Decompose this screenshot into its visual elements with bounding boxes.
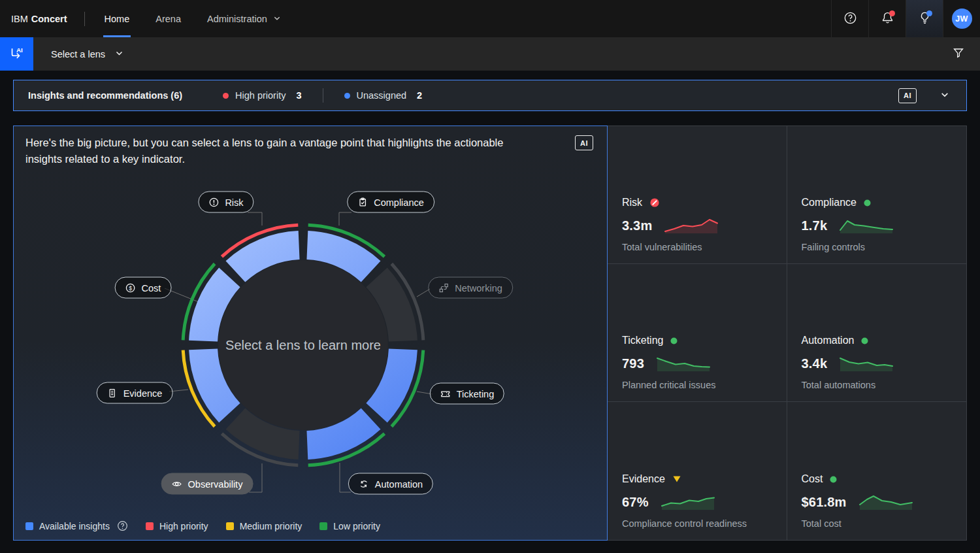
observability-icon (172, 478, 182, 489)
lens-pill-networking[interactable]: Networking (428, 277, 513, 299)
help-icon[interactable] (117, 520, 128, 531)
lens-ring-chart (14, 126, 607, 540)
high-priority-dot (223, 93, 229, 99)
high-priority-summary: High priority 3 (223, 90, 301, 101)
compliance-icon (357, 197, 368, 207)
metric-tile-evidence[interactable]: Evidence67%Compliance control readiness (608, 402, 787, 540)
metric-tile-risk[interactable]: Risk3.3mTotal vulnerabilities (608, 126, 787, 264)
lens-pill-label: Ticketing (457, 388, 494, 399)
app-brand[interactable]: IBM Concert (0, 0, 84, 37)
brand-product: Concert (31, 14, 67, 24)
assistant-badge-dot (926, 10, 932, 16)
unassigned-summary: Unassigned 2 (344, 90, 423, 101)
lens-toolbar: AI Select a lens (0, 37, 980, 71)
metric-value: 67% (622, 495, 649, 510)
sparkline (656, 355, 711, 372)
app-root: IBM Concert HomeArenaAdministration (0, 0, 980, 553)
metric-value-row: 793 (622, 355, 780, 372)
metrics-grid: Risk3.3mTotal vulnerabilitiesCompliance1… (608, 126, 967, 541)
lens-pill-evidence[interactable]: Evidence (97, 382, 173, 404)
evidence-icon (107, 388, 118, 398)
unassigned-count: 2 (417, 90, 422, 101)
sparkline (858, 494, 913, 511)
metric-tile-cost[interactable]: Cost$61.8mTotal cost (787, 402, 967, 540)
ticketing-icon (440, 388, 451, 399)
insights-banner: Insights and recommendations (6) High pr… (13, 80, 967, 111)
notifications-button[interactable] (868, 0, 906, 37)
metric-title-row: Risk (622, 197, 780, 209)
status-ok-icon (864, 199, 871, 207)
legend-label: Medium priority (240, 521, 302, 531)
lens-pill-risk[interactable]: Risk (198, 192, 253, 213)
insights-divider (323, 88, 323, 103)
sparkline (661, 494, 715, 511)
nav-item-label: Home (105, 14, 130, 24)
lens-pill-label: Cost (142, 282, 161, 293)
sparkline (839, 355, 894, 372)
metric-value: 3.3m (622, 218, 652, 233)
lens-pill-observability[interactable]: Observability (161, 473, 253, 495)
lens-pill-cost[interactable]: $Cost (115, 277, 172, 299)
ai-lens-button[interactable]: AI (0, 37, 33, 71)
metric-title-row: Evidence (622, 473, 780, 485)
insights-expand-button[interactable] (935, 85, 955, 107)
nav-divider (84, 12, 85, 26)
lens-pill-compliance[interactable]: Compliance (347, 192, 434, 213)
metric-title: Evidence (622, 473, 665, 485)
metric-title: Compliance (802, 197, 857, 209)
profile-button[interactable]: JW (943, 0, 980, 37)
avatar: JW (952, 8, 972, 29)
top-nav: IBM Concert HomeArenaAdministration (0, 0, 980, 37)
legend-label: High priority (159, 521, 208, 531)
status-warning-icon (672, 475, 681, 483)
metric-value-row: 67% (622, 494, 780, 511)
nav-item-label: Arena (155, 14, 181, 24)
risk-icon (208, 197, 219, 207)
metric-title: Cost (802, 473, 823, 485)
nav-item-home[interactable]: Home (105, 0, 130, 37)
legend-item-high-priority: High priority (146, 521, 208, 531)
metric-caption: Total vulnerabilities (622, 242, 780, 252)
lens-selector[interactable]: Select a lens (51, 49, 123, 59)
metric-tile-compliance[interactable]: Compliance1.7kFailing controls (787, 126, 967, 264)
nav-item-arena[interactable]: Arena (155, 0, 181, 37)
ai-badge: AI (898, 88, 917, 103)
ai-badge: AI (575, 135, 593, 150)
lens-overview-panel[interactable]: Here's the big picture, but you can sele… (13, 126, 608, 541)
lens-pill-ticketing[interactable]: Ticketing (430, 383, 504, 405)
unassigned-label: Unassigned (357, 90, 407, 101)
automation-icon (359, 478, 369, 489)
metric-tile-automation[interactable]: Automation3.4kTotal automations (787, 264, 967, 402)
lens-pill-label: Risk (225, 197, 243, 207)
filter-icon (953, 47, 964, 61)
lens-pill-label: Compliance (374, 197, 424, 207)
metric-caption: Total cost (802, 518, 960, 529)
metric-value-row: 3.4k (802, 355, 960, 372)
nav-item-administration[interactable]: Administration (207, 0, 281, 37)
lens-pill-label: Evidence (123, 388, 163, 398)
high-priority-label: High priority (235, 90, 286, 101)
metric-value-row: 1.7k (802, 217, 960, 234)
ring-center-text: Select a lens to learn more (225, 338, 381, 353)
legend-item-medium-priority: Medium priority (226, 521, 302, 531)
help-button[interactable] (831, 0, 868, 37)
ai-assistant-button[interactable] (906, 0, 943, 37)
panel-description: Here's the big picture, but you can sele… (25, 135, 522, 167)
filter-button[interactable] (946, 41, 971, 67)
status-ok-icon (861, 337, 868, 344)
status-ok-icon (830, 476, 837, 483)
notification-badge-dot (889, 10, 895, 16)
metric-tile-ticketing[interactable]: Ticketing793Planned critical issues (608, 264, 787, 402)
metric-value-row: 3.3m (622, 217, 780, 234)
ai-launch-icon: AI (8, 45, 25, 63)
legend-swatch (226, 522, 234, 530)
legend-label: Available insights (39, 521, 110, 531)
svg-text:$: $ (129, 284, 132, 291)
metric-title: Risk (622, 197, 642, 209)
legend-item-low-priority: Low priority (319, 521, 380, 531)
metric-title: Automation (802, 335, 855, 346)
sparkline (839, 217, 894, 234)
metric-value: 3.4k (802, 356, 828, 371)
nav-utilities: JW (831, 0, 980, 37)
lens-pill-automation[interactable]: Automation (348, 473, 433, 495)
